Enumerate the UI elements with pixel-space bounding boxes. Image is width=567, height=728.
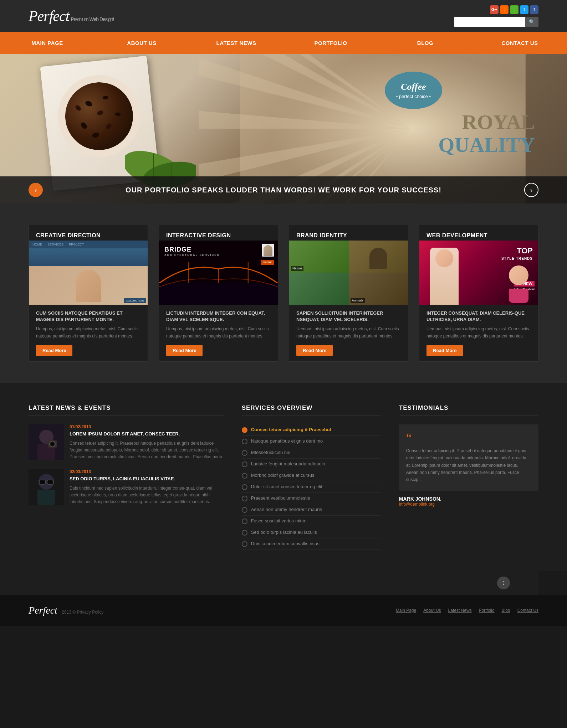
news-text-1: Consec tetuer adipicing it. Praesebul na… (70, 440, 224, 461)
services-list-item-1: Natoque penatibus et gnis dent mo (242, 436, 381, 447)
service-body-creative: CUM SOCIIS NATOQUE PENATIBUS ET MAGNIS D… (29, 305, 148, 361)
service-title-brand: BRAND IDENTITY (289, 225, 408, 241)
news-content-2: 02/03/2013 SED ODIO TURPIS, LACINIA EU I… (70, 469, 224, 505)
footer-logo: Perfect (29, 605, 57, 616)
service-img-brand: Nature Animals (289, 241, 408, 305)
service-desc-web: Uempus, nisi ipsum adipiscing metus, nis… (426, 326, 531, 339)
testimonials-title: TESTIMONIALS (399, 404, 538, 415)
service-card-web: WEB DEVELOPMENT TOP STYLE TRENDS NEW MAR… (419, 225, 538, 362)
rss2-icon[interactable]: │ (510, 5, 519, 14)
hero-coffee-sub: • perfect choice • (396, 94, 431, 99)
svc-dot-outline-6 (242, 496, 247, 501)
service-desc-title-web: INTEGER CONSEQUAT, DIAM CELERIS-QUE ULTR… (426, 310, 531, 323)
service-desc-title-brand: SAPIEN SOLLICITUDIN INTERINTEGER NSEQUAT… (296, 310, 401, 323)
header-right: G+ │ │ t f 🔍 (454, 5, 538, 27)
service-card-brand: BRAND IDENTITY Nature Animals (289, 225, 408, 362)
search-button[interactable]: 🔍 (525, 17, 538, 27)
service-title-interactive: INTERACTIVE DESIGN (159, 225, 278, 241)
svc-dot-outline-4 (242, 473, 247, 479)
testimonial-author: MARK JOHNSON. (399, 496, 538, 502)
main-nav: MAIN PAGE ABOUT US LATEST NEWS PORTFOLIO… (0, 32, 567, 54)
svg-rect-30 (47, 480, 53, 484)
service-desc-interactive: Uempus, nisi ipsum adipiscing metus, nis… (166, 326, 271, 339)
search-input[interactable] (454, 17, 525, 27)
svg-point-25 (51, 442, 54, 446)
service-desc-brand: Uempus, nisi ipsum adipiscing metus, nis… (296, 326, 401, 339)
services-overview-panel: SERVICES OVERVIEW Consec tetuer adipicin… (242, 404, 381, 550)
footer-nav-news[interactable]: Latest News (448, 608, 472, 613)
quote-mark: “ (406, 432, 531, 444)
services-list-item-0: Consec tetuer adipicing it Praesebul (242, 424, 381, 436)
nav-main-page[interactable]: MAIN PAGE (0, 32, 94, 54)
hero-coffee-label: Coffee (396, 82, 431, 92)
header: Perfect Premium Web Design! G+ │ │ t f 🔍 (0, 0, 567, 32)
read-more-creative[interactable]: Read More (36, 345, 72, 356)
hero-caption-text: OUR PORTFOLIO SPEAKS LOUDER THAN WORDS! … (43, 186, 524, 194)
news-title-2: SED ODIO TURPIS, LACINIA EU IACULIS VITA… (70, 476, 224, 482)
read-more-brand[interactable]: Read More (296, 345, 333, 356)
services-list-item-7: Aeean non ummy hendrerit mauris (242, 504, 381, 516)
svc-dot-outline-2 (242, 450, 247, 456)
service-img-interactive: BRIDGE ARCHITECTURAL SERVICES WORK (159, 241, 278, 305)
nav-blog[interactable]: BLOG (378, 32, 472, 54)
service-title-web: WEB DEVELOPMENT (419, 225, 538, 241)
services-list-item-10: Duis condimentum convallis risus (242, 538, 381, 550)
rss-icon[interactable]: │ (500, 5, 509, 14)
read-more-interactive[interactable]: Read More (166, 345, 203, 356)
services-list-item-9: Sed odio turpis lacinia eu iaculis (242, 527, 381, 538)
service-body-brand: SAPIEN SOLLICITUDIN INTERINTEGER NSEQUAT… (289, 305, 408, 361)
hero-caption-bar: ‹ OUR PORTFOLIO SPEAKS LOUDER THAN WORDS… (0, 176, 567, 203)
service-body-interactive: LICTUDIN INTERDUM INTEGER CON EQUAT, DIA… (159, 305, 278, 361)
hero-slider: Coffee • perfect choice • ROYAL QUALITY … (0, 54, 567, 203)
nav-contact-us[interactable]: CONTACT US (472, 32, 567, 54)
svc-dot-outline-7 (242, 507, 247, 513)
footer-nav-about[interactable]: About Us (423, 608, 441, 613)
news-title-1: LOREM IPSUM DOLOR SIT AMET, CONSEC TEER. (70, 431, 224, 437)
services-list-item-6: Praesent vestibulummolestie (242, 493, 381, 504)
svg-rect-28 (37, 490, 55, 505)
hero-next-button[interactable]: › (524, 183, 538, 197)
svg-rect-29 (39, 480, 46, 484)
footer-nav-main[interactable]: Main Page (396, 608, 416, 613)
services-list-item-3: Laduice feugiat malesuada odiopolo (242, 459, 381, 470)
scroll-top-button[interactable]: ⇧ (497, 577, 510, 589)
services-section: CREATIVE DIRECTION HOMESERVICESPROJECT C… (0, 203, 567, 383)
news-img-2 (29, 469, 64, 505)
svc-dot-outline-9 (242, 530, 247, 536)
service-img-creative: HOMESERVICESPROJECT COLLECTION (29, 241, 148, 305)
read-more-web[interactable]: Read More (426, 345, 463, 356)
news-item-1: 01/02/2013 LOREM IPSUM DOLOR SIT AMET, C… (29, 424, 224, 460)
news-img-1 (29, 424, 64, 460)
footer-brand: Perfect 2013 © Privacy Policy (29, 605, 103, 616)
services-list-item-4: Morbnc odiof gravida at cursus (242, 470, 381, 481)
nav-portfolio[interactable]: PORTFOLIO (284, 32, 378, 54)
hero-royal-text: ROYAL QUALITY (438, 111, 535, 156)
svc-dot-outline-10 (242, 541, 247, 547)
footer: Perfect 2013 © Privacy Policy Main Page … (0, 595, 567, 626)
facebook-icon[interactable]: f (530, 5, 538, 14)
svc-dot-outline-5 (242, 484, 247, 490)
gplus-icon[interactable]: G+ (490, 5, 499, 14)
footer-nav-contact[interactable]: Contact Us (517, 608, 538, 613)
bottom-section: LATEST NEWS & EVENTS 01/02/2013 LOREM IP… (0, 383, 567, 571)
testimonial-box: “ Consec tetuer adipicing it. Praesebul … (399, 424, 538, 491)
footer-nav-blog[interactable]: Blog (502, 608, 510, 613)
testimonial-text: Consec tetuer adipicing it. Praesebul na… (406, 447, 531, 484)
nav-about-us[interactable]: ABOUT US (94, 32, 189, 54)
svc-dot-outline (242, 439, 247, 444)
services-list-item-8: Fusce suscipit varius mium (242, 516, 381, 527)
twitter-icon[interactable]: t (520, 5, 528, 14)
service-img-web: TOP STYLE TRENDS NEW MAR-MAY 2013 (419, 241, 538, 305)
hero-prev-button[interactable]: ‹ (29, 183, 43, 197)
footer-nav-portfolio[interactable]: Portfolio (479, 608, 495, 613)
service-desc-creative: Uempus, nisi ipsum adipiscing metus, nis… (36, 326, 141, 339)
logo: Perfect Premium Web Design! (29, 7, 114, 25)
service-body-web: INTEGER CONSEQUAT, DIAM CELERIS-QUE ULTR… (419, 305, 538, 361)
search-box: 🔍 (454, 17, 538, 27)
news-text-2: Duis tincidunt nec sapien sollicitudin i… (70, 485, 224, 506)
news-content-1: 01/02/2013 LOREM IPSUM DOLOR SIT AMET, C… (70, 424, 224, 460)
svc-dot-filled (242, 427, 247, 433)
latest-news-title: LATEST NEWS & EVENTS (29, 404, 224, 415)
nav-latest-news[interactable]: LATEST NEWS (189, 32, 284, 54)
services-overview-title: SERVICES OVERVIEW (242, 404, 381, 415)
